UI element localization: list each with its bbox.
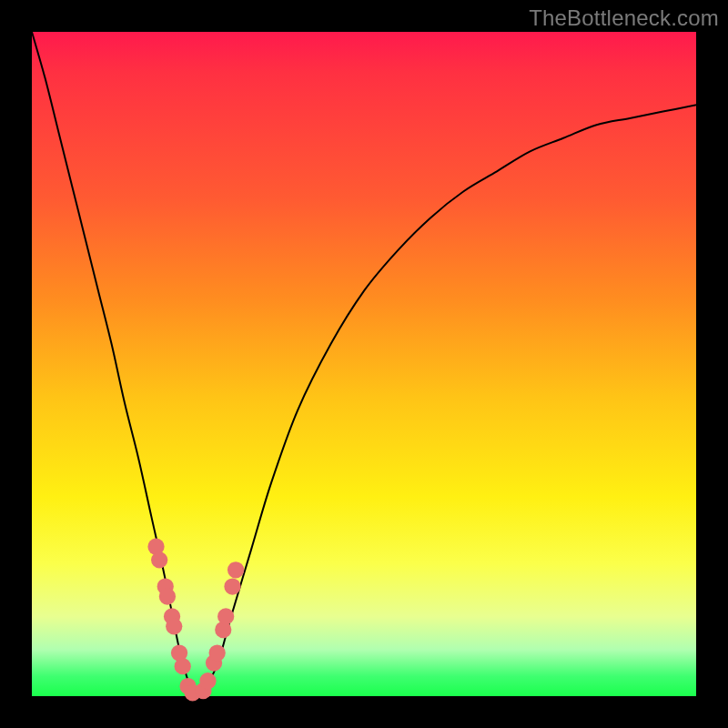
bottleneck-curve bbox=[32, 32, 696, 696]
marker-dot bbox=[175, 658, 191, 674]
marker-dot bbox=[217, 608, 234, 624]
marker-dot bbox=[199, 672, 216, 689]
marker-dot bbox=[166, 618, 182, 634]
marker-dot bbox=[228, 561, 244, 578]
marker-dot bbox=[151, 551, 167, 568]
curve-markers bbox=[147, 539, 244, 702]
marker-dot bbox=[224, 578, 240, 594]
watermark-text: TheBottleneck.com bbox=[529, 5, 719, 31]
plot-area bbox=[32, 32, 696, 696]
curve-svg bbox=[32, 32, 696, 696]
marker-dot bbox=[159, 588, 176, 604]
chart-frame: TheBottleneck.com bbox=[0, 0, 728, 728]
marker-dot bbox=[209, 644, 226, 661]
